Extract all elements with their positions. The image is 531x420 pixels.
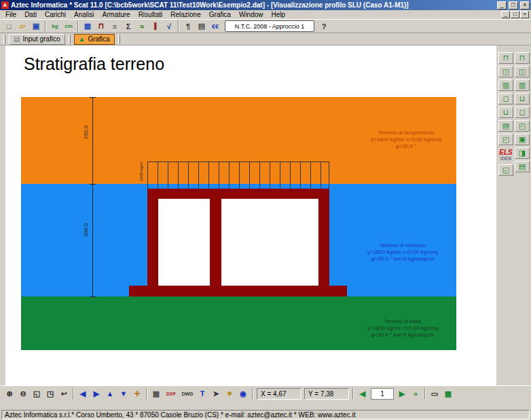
view-mesh-icon[interactable]: ◰ [498, 134, 513, 145]
toolbar-grip[interactable] [118, 35, 120, 44]
pan-right-icon[interactable]: ▶ [90, 387, 103, 400]
tool-lines-icon[interactable]: ▤ [515, 161, 530, 172]
tool-cell-icon[interactable]: ◻ [515, 107, 530, 118]
results-icon[interactable]: √ [162, 20, 176, 33]
monitor-icon[interactable]: ▭ [428, 387, 441, 400]
geometry-icon[interactable]: ▦ [81, 20, 94, 33]
analysis-icon[interactable]: Σ [122, 20, 135, 33]
print-icon[interactable]: ▤ [195, 20, 208, 33]
toolbar-grip[interactable] [69, 35, 71, 44]
zoom-extents-icon[interactable]: ◳ [43, 387, 57, 400]
units-cm-icon[interactable]: cm [62, 20, 75, 33]
save-file-icon[interactable]: ▣ [29, 20, 43, 33]
tab-input-grafico[interactable]: ▤ Input grafico [9, 34, 65, 45]
mdi-minimize-button[interactable]: _ [501, 11, 510, 18]
tool-filled-icon[interactable]: ▣ [515, 134, 530, 145]
pan-hand-icon[interactable]: ✛ [130, 387, 144, 400]
tool-half-icon[interactable]: ◨ [515, 147, 530, 159]
menu-bar: FileDatiCarichiAnalisiArmatureRisultatiR… [0, 10, 531, 19]
tool-box-icon[interactable]: ⊓ [515, 52, 530, 64]
close-button[interactable]: × [520, 1, 530, 9]
options-icon[interactable]: ✶ [223, 387, 236, 400]
last-page-button[interactable]: » [409, 387, 422, 400]
help-icon[interactable]: ? [317, 20, 331, 33]
menu-item[interactable]: Analisi [70, 10, 98, 19]
text-tool-icon[interactable]: T [196, 387, 209, 400]
drawing-canvas[interactable]: Stratigrafia terreno 250.0 300.0 1000 kg… [5, 45, 496, 385]
view-culvert-icon[interactable]: ⊓ [498, 52, 513, 64]
menu-item[interactable]: Relazione [166, 10, 204, 19]
app-icon: A [1, 1, 9, 9]
pan-left-icon[interactable]: ◀ [76, 387, 90, 400]
menu-item[interactable]: Risultati [134, 10, 167, 19]
tool-channel-icon[interactable]: ⊔ [515, 93, 530, 104]
maximize-button[interactable]: □ [509, 1, 518, 9]
view-section-icon[interactable]: ◫ [498, 66, 513, 77]
tool-hatch-icon[interactable]: ▥ [515, 79, 530, 91]
new-file-icon[interactable]: □ [2, 20, 16, 33]
zoom-out-icon[interactable]: ⊖ [16, 387, 30, 400]
tab-grafica-label: Grafica [88, 35, 109, 43]
tool-split-icon[interactable]: ◫ [515, 66, 530, 77]
view-frame-icon[interactable]: ▥ [498, 79, 513, 91]
tab-grafica[interactable]: ▲ Grafica [74, 34, 115, 45]
section-icon[interactable]: ⊓ [94, 20, 108, 33]
soil-label-line: γ=1800 kg/mc c=0,00 kg/cmq [355, 136, 457, 143]
euro-icon[interactable]: €€ [208, 20, 222, 33]
open-file-icon[interactable]: ▱ [16, 20, 29, 33]
soil-label-backfill: Terreno di rinfianco γ=1800 kg/mc c=0,00… [352, 242, 454, 263]
view-channel-icon[interactable]: ⊔ [498, 107, 513, 118]
rebar-icon[interactable]: ∥ [149, 20, 162, 33]
pan-down-icon[interactable]: ▼ [117, 387, 130, 400]
normativa-combo[interactable]: N.T.C. 2008 - Approccio 1 [225, 20, 314, 32]
menu-item[interactable]: Grafica [205, 10, 235, 19]
soil-label-line: φ=30.0 ° kw=0 kg/cmq/cm [352, 256, 454, 263]
soil-label-cover: Terreno di ricoprimento γ=1800 kg/mc c=0… [355, 130, 457, 150]
grid-icon[interactable]: ▦ [149, 387, 163, 400]
menu-item[interactable]: Dati [20, 10, 41, 19]
loads-icon[interactable]: ≡ [108, 20, 122, 33]
view-extra-icon[interactable]: ◱ [498, 164, 513, 176]
table-icon[interactable]: ▦ [441, 387, 455, 400]
units-kg-icon[interactable]: kg [48, 20, 62, 33]
end-tool-group: ? [317, 20, 331, 33]
toolbar-grip[interactable] [3, 35, 5, 44]
culvert-right-wall [318, 199, 329, 286]
toolbar-separator [45, 21, 46, 32]
select-tool-icon[interactable]: ➤ [209, 387, 223, 400]
menu-item[interactable]: Carichi [41, 10, 70, 19]
world-icon[interactable]: ◉ [236, 387, 250, 400]
zoom-previous-icon[interactable]: ↩ [57, 387, 71, 400]
soil-label-line: Terreno di base [352, 318, 454, 325]
view-toolbar: ▤ Input grafico ▲ Grafica [0, 33, 531, 45]
menu-item[interactable]: File [1, 10, 20, 19]
page-number-input[interactable]: 1 [371, 388, 394, 400]
view-wall-icon[interactable]: ◻ [498, 93, 513, 104]
minimize-button[interactable]: _ [497, 1, 507, 9]
window-title: Aztec Informatica * Scat 11.0 [C:\bcb5wo… [11, 1, 495, 9]
menu-item[interactable]: Help [268, 10, 290, 19]
zoom-in-icon[interactable]: ⊕ [3, 387, 16, 400]
view-soil-icon[interactable]: ▤ [498, 120, 513, 132]
toolbar-separator [252, 388, 253, 399]
menu-item[interactable]: Armature [98, 10, 134, 19]
culvert-cell-left [158, 199, 210, 286]
report-icon[interactable]: ¶ [181, 20, 195, 33]
dwg-export-icon[interactable]: DWG [179, 387, 196, 400]
els-badge: ELS iDEN [498, 147, 513, 162]
diagram-icon[interactable]: ≈ [135, 20, 149, 33]
tool-corner-icon[interactable]: ◰ [515, 120, 530, 132]
mdi-close-button[interactable]: × [520, 11, 529, 18]
pan-up-icon[interactable]: ▲ [103, 387, 117, 400]
right-tool-strip: ⊓◫▥◻⊔▤◰ ELS iDEN ◱ ⊓◫▥⊔◻◰▣◨▤ [496, 45, 531, 385]
prev-page-button[interactable]: ◀ [356, 387, 369, 400]
next-page-button[interactable]: ▶ [395, 387, 409, 400]
status-bar: Aztec Informatica s.r.l.* Corso Umberto,… [0, 409, 531, 420]
dxf-export-icon[interactable]: DXF [163, 387, 179, 400]
coord-x-display: X = 4,67 [257, 388, 301, 400]
menu-item[interactable]: Window [235, 10, 268, 19]
toolbar-separator [73, 388, 74, 399]
mdi-restore-button[interactable]: □ [511, 11, 519, 18]
iden-text: iDEN [498, 156, 513, 161]
zoom-window-icon[interactable]: ◱ [30, 387, 43, 400]
